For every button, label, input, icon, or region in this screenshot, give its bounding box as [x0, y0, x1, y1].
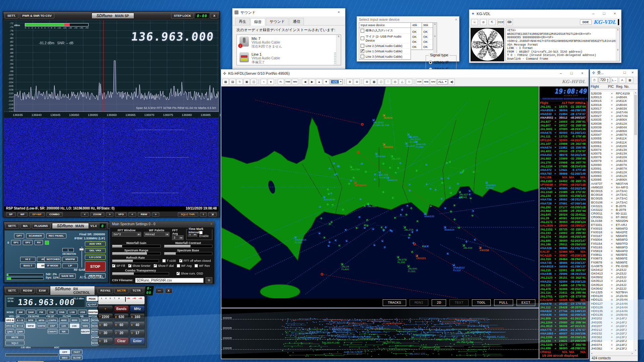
resize-icon[interactable]: ⇲: [208, 212, 217, 217]
stop-button[interactable]: STOP: [85, 261, 106, 272]
rbw-control[interactable]: <: [128, 212, 136, 217]
browse-icon[interactable]: ⧉: [206, 277, 212, 283]
log-icon[interactable]: L→: [611, 77, 618, 83]
contact-row[interactable]: CK0221×B-2076: [590, 204, 634, 208]
contact-row[interactable]: 6J0079×JA813X: [590, 159, 634, 163]
squelch-slider[interactable]: [5, 353, 58, 356]
nb-nboff[interactable]: NBOFF: [81, 329, 90, 334]
waterfall-contrast-slider[interactable]: [164, 245, 213, 248]
mode-fm[interactable]: FM: [37, 310, 46, 314]
flight-row[interactable]: ANA793▸39999-52260/149: [539, 172, 586, 176]
scrollbar[interactable]: [586, 101, 588, 359]
contact-row[interactable]: JH0212×JA16FJ: [590, 328, 634, 331]
vfo-qmr[interactable]: QMR: [15, 329, 24, 334]
flight-row[interactable]: ANA329▴39896-52261/150: [539, 246, 586, 250]
fl-icon[interactable]: FL: [278, 79, 284, 85]
font-icon[interactable]: A: [619, 77, 626, 83]
contacts-header[interactable]: FlightPICReg. No.: [590, 84, 638, 89]
rect-icon[interactable]: ◻: [378, 79, 384, 85]
keypad-4[interactable]: 480: [98, 321, 113, 328]
flight-row[interactable]: ANA734▸28002-38251/104: [539, 198, 586, 201]
close-icon[interactable]: ×: [210, 222, 212, 227]
contact-row[interactable]: BC0106×JA73AC: [590, 200, 634, 204]
contact-row[interactable]: FX5154×N897FD: [590, 242, 634, 245]
flight-row[interactable]: JAL433▸20010-25273/ 57: [539, 149, 586, 153]
contact-row[interactable]: GK0642×JA22JJ: [590, 287, 634, 290]
contact-row[interactable]: 6J0092×JA812X: [590, 170, 634, 174]
flight-row[interactable]: ANA535▸29996-38261/114: [539, 272, 586, 276]
contact-row[interactable]: 6J0040×JA806X: [590, 129, 634, 133]
flight-row[interactable]: JAL2172▸30003-40259/124: [539, 220, 586, 224]
contact-row[interactable]: HD0128oJA14AN: [590, 305, 634, 309]
flight-row[interactable]: JAL690ʜ39000-52263/147: [539, 239, 586, 242]
fft-window-select[interactable]: Sin^3▼: [112, 232, 141, 237]
vfo-b>a[interactable]: B > A: [15, 323, 24, 328]
sp2-button[interactable]: SP2: [23, 240, 33, 245]
show-smeter-checkbox[interactable]: [128, 264, 131, 267]
contact-row[interactable]: DL0158×N502DN: [590, 219, 634, 223]
keypad-5[interactable]: 560: [114, 321, 129, 328]
contact-row[interactable]: GK0412×JA23JJ: [590, 268, 634, 272]
scrollbar[interactable]: ∧∨: [634, 92, 637, 352]
contact-row[interactable]: 6J0047×JA807X: [590, 133, 634, 136]
nb-nbw[interactable]: NBW: [81, 318, 90, 322]
globe-icon[interactable]: ⊕: [364, 79, 370, 85]
flight-row[interactable]: JAL3691▸37000-46263/136: [539, 127, 586, 131]
keypad-2[interactable]: 220: [114, 329, 129, 337]
agc-slow[interactable]: SLOW: [71, 355, 83, 360]
exw-button[interactable]: EXW: [36, 288, 49, 293]
device-row[interactable]: Line 1 (Virtual Audio Cable): [359, 49, 411, 54]
mwfm-button[interactable]: MW/FM: [62, 257, 78, 262]
keypad-3[interactable]: 317: [130, 329, 145, 337]
zoomin-icon[interactable]: ⊕: [346, 79, 353, 85]
flight-row[interactable]: ANA745▸38996-50259/137: [539, 261, 586, 265]
nb-nbn[interactable]: NBN: [81, 323, 90, 328]
flight-row[interactable]: JAL2123▴26151-33262/ 91: [539, 276, 586, 280]
flight-row[interactable]: ANA8502ʜ35012-45265/107: [539, 116, 586, 120]
contact-row[interactable]: 6J0056×JA811X: [590, 140, 634, 144]
flight-row[interactable]: CR0011N/AN/AN/A: [539, 350, 586, 354]
filter-24k[interactable]: 24K: [70, 323, 79, 328]
mode-am[interactable]: AM: [16, 310, 25, 314]
flight-row[interactable]: JAL310▾29464-36254/134: [539, 257, 586, 261]
contact-row[interactable]: ET3331×ET-ARJ: [590, 223, 634, 227]
minimize-icon[interactable]: —: [155, 288, 164, 293]
target-icon[interactable]: ◎: [392, 79, 398, 85]
keypad-8[interactable]: 8630: [114, 313, 129, 320]
cw-cwafc[interactable]: CWAFC: [48, 329, 58, 334]
contact-row[interactable]: FX9873oN596FE: [590, 256, 634, 260]
flight-row[interactable]: JAL292▾27177-33255/128: [539, 205, 586, 209]
csv-filename-input[interactable]: [135, 278, 204, 283]
decimation-value[interactable]: 1: [62, 248, 74, 252]
close-icon[interactable]: ×: [630, 70, 636, 76]
flight-row[interactable]: JAL29▸40001-53263/150: [539, 217, 586, 220]
flight-row[interactable]: UPS104▸32000-44261/124: [539, 138, 586, 142]
keypad-clear[interactable]: Clear: [114, 338, 129, 345]
flight-row[interactable]: JAL112▴25428-30257/116: [539, 306, 586, 309]
map-button-tool[interactable]: TOOL: [472, 299, 491, 306]
flight-row[interactable]: JAL645ʜ26024-32254/111: [539, 213, 586, 217]
plugins-button[interactable]: PLUGINS: [32, 223, 51, 229]
rdsw-button[interactable]: RDSW: [20, 288, 35, 293]
bias-t-button[interactable]: BIAS-T: [20, 263, 36, 268]
peak-button[interactable]: PEAK: [87, 296, 98, 301]
contact-row[interactable]: HD0135oJA14AN: [590, 309, 634, 313]
contact-row[interactable]: CR0011×80-1111: [590, 212, 634, 215]
contact-row[interactable]: 6J0061×JA810X: [590, 144, 634, 148]
keypad-1[interactable]: 130: [98, 329, 113, 337]
opt-button[interactable]: OPT: [14, 233, 24, 238]
flight-row[interactable]: ANA533▸21994-28273/ 67: [539, 112, 586, 116]
contact-row[interactable]: JH0202×JA14FJ: [590, 316, 634, 320]
contact-row[interactable]: FX9811oN605FE: [590, 253, 634, 256]
filter-12k[interactable]: 12K: [59, 323, 69, 328]
right-icon[interactable]: ▶: [309, 79, 315, 85]
vfo-button[interactable]: VFO: [115, 212, 126, 217]
flight-row[interactable]: JAL2243▴21085-26272/ 62: [539, 190, 586, 194]
contact-row[interactable]: GK0513×JA24JJ: [590, 279, 634, 283]
agc-fast[interactable]: FAST: [71, 350, 83, 354]
scope-icon[interactable]: ⌹: [471, 19, 478, 25]
device-item[interactable]: ↓Mic 7Virtual Audio Cable現在利用できません: [237, 35, 341, 51]
keypad-•[interactable]: •: [98, 305, 113, 312]
flight-row[interactable]: ANA8515▸34004-41259/137: [539, 265, 586, 268]
flight-row[interactable]: JAL659ʜ36000-45258/152: [539, 347, 586, 350]
